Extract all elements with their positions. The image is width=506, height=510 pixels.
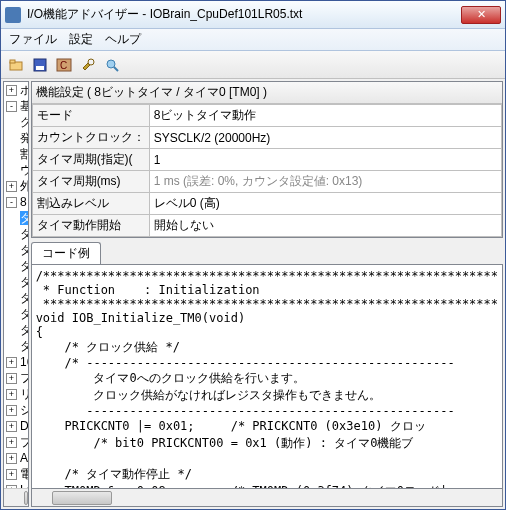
open-icon[interactable] xyxy=(7,56,25,74)
menubar: ファイル 設定 ヘルプ xyxy=(1,29,505,51)
expand-icon[interactable]: + xyxy=(6,389,17,400)
expand-icon[interactable]: + xyxy=(6,405,17,416)
tree-item[interactable]: +外部割込み xyxy=(4,178,28,194)
tree-item[interactable]: 割込み xyxy=(18,146,28,162)
tree-item-label[interactable]: タイマ4 xyxy=(20,275,28,289)
toolbar: C xyxy=(1,51,505,79)
tree-item-label[interactable]: タイマ0+タイ xyxy=(20,307,28,321)
tab-code-example[interactable]: コード例 xyxy=(31,242,101,264)
menu-file[interactable]: ファイル xyxy=(9,31,57,48)
tree-item[interactable]: タイマ4+タイ xyxy=(18,338,28,354)
property-value[interactable]: 1 ms (誤差: 0%, カウンタ設定値: 0x13) xyxy=(149,171,501,193)
tree-item-label[interactable]: 16ビットタイマ xyxy=(20,355,28,369)
property-row[interactable]: 割込みレベルレベル0 (高) xyxy=(32,193,501,215)
tree-item[interactable]: -基本機能 xyxy=(4,98,28,114)
search-icon[interactable] xyxy=(103,56,121,74)
tree-item[interactable]: 発振安定待ち xyxy=(18,130,28,146)
properties-header: 機能設定 ( 8ビットタイマ / タイマ0 [TM0] ) xyxy=(32,82,502,104)
tree-item-label[interactable]: ブザー xyxy=(20,435,28,449)
expand-icon[interactable]: + xyxy=(6,453,17,464)
property-key: 割込みレベル xyxy=(32,193,149,215)
expand-icon[interactable]: + xyxy=(6,437,17,448)
code-h-scrollbar[interactable] xyxy=(31,489,503,507)
property-key: タイマ周期(指定)( xyxy=(32,149,149,171)
tree-item[interactable]: +ブザー xyxy=(4,434,28,450)
menu-settings[interactable]: 設定 xyxy=(69,31,93,48)
property-value[interactable]: SYSCLK/2 (20000Hz) xyxy=(149,127,501,149)
property-value[interactable]: 8ビットタイマ動作 xyxy=(149,105,501,127)
tree-item[interactable]: タイマ0+タイ xyxy=(18,306,28,322)
tree-item-label[interactable]: タイマ2 xyxy=(20,243,28,257)
tree-item[interactable]: -8ビットタイマ xyxy=(4,194,28,210)
expand-icon[interactable]: + xyxy=(6,181,17,192)
close-button[interactable]: ✕ xyxy=(461,6,501,24)
tree-h-scrollbar[interactable] xyxy=(4,488,28,506)
expand-icon[interactable]: + xyxy=(6,469,17,480)
tree-item[interactable]: ウオッチドッ xyxy=(18,162,28,178)
tree-root[interactable]: +ポート-基本機能クロック発振安定待ち割込みウオッチドッ+外部割込み-8ビットタ… xyxy=(4,82,28,488)
collapse-icon[interactable]: - xyxy=(6,197,17,208)
tab-row: コード例 xyxy=(31,242,503,264)
property-row[interactable]: タイマ周期(ms)1 ms (誤差: 0%, カウンタ設定値: 0x13) xyxy=(32,171,501,193)
expand-icon[interactable]: + xyxy=(6,373,17,384)
tree-item-label[interactable]: フリーラン・タイ xyxy=(20,371,28,385)
tree-item[interactable]: タイマ2 xyxy=(18,242,28,258)
tree-item-label[interactable]: 基本機能 xyxy=(20,99,28,113)
property-row[interactable]: カウントクロック：SYSCLK/2 (20000Hz) xyxy=(32,127,501,149)
property-row[interactable]: タイマ周期(指定)(1 xyxy=(32,149,501,171)
tree-item-label[interactable]: DMA転送 xyxy=(20,419,28,433)
tree-item-label[interactable]: タイマ0 xyxy=(20,211,28,225)
code-area[interactable]: /***************************************… xyxy=(31,264,503,489)
tree-item-label[interactable]: クロック xyxy=(20,115,28,129)
tree-item-label[interactable]: 8ビットタイマ xyxy=(20,195,28,209)
property-row[interactable]: タイマ動作開始開始しない xyxy=(32,215,501,237)
expand-icon[interactable]: + xyxy=(6,421,17,432)
tree-item-label[interactable]: シリアルインタ xyxy=(20,403,28,417)
tree-item[interactable]: タイマ1 xyxy=(18,226,28,242)
tree-item[interactable]: タイマ4 xyxy=(18,274,28,290)
tree-item[interactable]: +A/D変換 xyxy=(4,450,28,466)
tree-item-label[interactable]: 外部割込み xyxy=(20,179,28,193)
tree-item-label[interactable]: タイマ1 xyxy=(20,227,28,241)
expand-icon[interactable]: + xyxy=(6,85,17,96)
tree-item-label[interactable]: 割込み xyxy=(20,147,28,161)
tools-icon[interactable] xyxy=(79,56,97,74)
tree-item[interactable]: +16ビットタイマ xyxy=(4,354,28,370)
tree-item-label[interactable]: ポート xyxy=(20,83,28,97)
tree-item-label[interactable]: 電源電圧検知 xyxy=(20,467,28,481)
collapse-icon[interactable]: - xyxy=(6,101,17,112)
tree-item-label[interactable]: タイマ3 xyxy=(20,259,28,273)
tree-item[interactable]: クロック xyxy=(18,114,28,130)
tree-item[interactable]: +フリーラン・タイ xyxy=(4,370,28,386)
tree-item[interactable]: タイマ0 xyxy=(18,210,28,226)
tree-item[interactable]: +ポート xyxy=(4,82,28,98)
tree-item-label[interactable]: タイマ5 xyxy=(20,291,28,305)
property-value[interactable]: レベル0 (高) xyxy=(149,193,501,215)
svg-point-6 xyxy=(88,59,94,65)
tree-item-label[interactable]: タイマ4+タイ xyxy=(20,339,28,353)
app-icon xyxy=(5,7,21,23)
property-key: カウントクロック： xyxy=(32,127,149,149)
tree-item[interactable]: +DMA転送 xyxy=(4,418,28,434)
tree-item[interactable]: タイマ2+タイ xyxy=(18,322,28,338)
tree-item-label[interactable]: 発振安定待ち xyxy=(20,131,28,145)
property-row[interactable]: モード8ビットタイマ動作 xyxy=(32,105,501,127)
tree-item[interactable]: +リアルタイムク xyxy=(4,386,28,402)
tree-item[interactable]: +シリアルインタ xyxy=(4,402,28,418)
expand-icon[interactable]: + xyxy=(6,485,17,488)
tree-item-label[interactable]: タイマ2+タイ xyxy=(20,323,28,337)
expand-icon[interactable]: + xyxy=(6,357,17,368)
property-value[interactable]: 1 xyxy=(149,149,501,171)
tree-item-label[interactable]: A/D変換 xyxy=(20,451,28,465)
c-icon[interactable]: C xyxy=(55,56,73,74)
tree-panel: +ポート-基本機能クロック発振安定待ち割込みウオッチドッ+外部割込み-8ビットタ… xyxy=(3,81,29,507)
property-value[interactable]: 開始しない xyxy=(149,215,501,237)
tree-item[interactable]: +電源電圧検知 xyxy=(4,466,28,482)
save-icon[interactable] xyxy=(31,56,49,74)
tree-item-label[interactable]: リアルタイムク xyxy=(20,387,28,401)
tree-item-label[interactable]: ウオッチドッ xyxy=(20,163,28,177)
menu-help[interactable]: ヘルプ xyxy=(105,31,141,48)
titlebar: I/O機能アドバイザー - IOBrain_CpuDef101LR05.txt … xyxy=(1,1,505,29)
tree-item[interactable]: タイマ5 xyxy=(18,290,28,306)
tree-item[interactable]: タイマ3 xyxy=(18,258,28,274)
